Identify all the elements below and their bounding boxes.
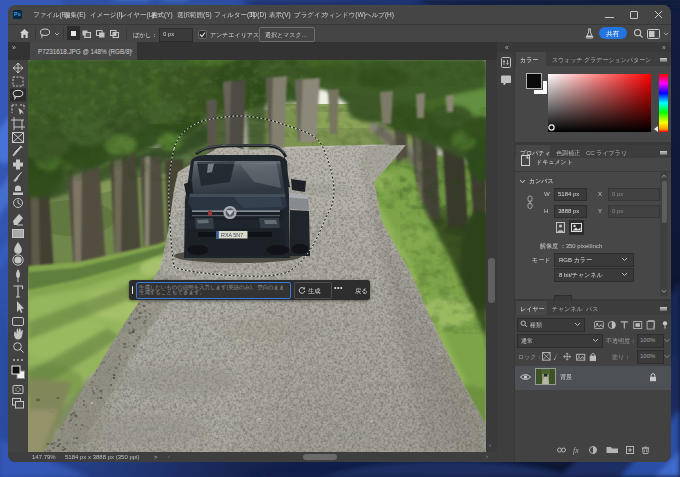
svg-text:fx: fx: [573, 446, 579, 455]
svg-text:RXA 5N7: RXA 5N7: [221, 232, 243, 238]
